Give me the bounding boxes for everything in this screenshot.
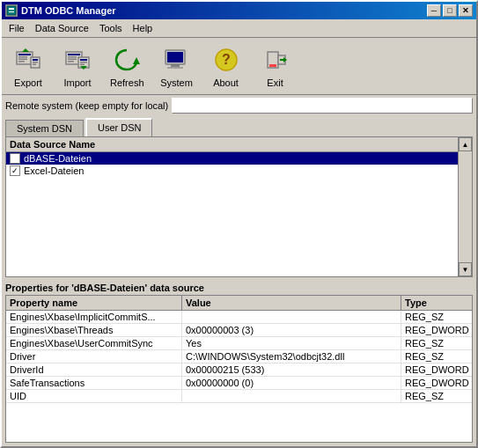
exit-icon — [260, 44, 291, 76]
prop-value-1: 0x00000003 (3) — [182, 324, 401, 336]
menu-file[interactable]: File — [4, 21, 30, 35]
properties-table: Property name Value Type Engines\Xbase\I… — [5, 295, 473, 443]
title-bar-buttons: ─ □ ✕ — [427, 4, 473, 17]
prop-value-3: C:\WINDOWS\System32\odbcjt32.dll — [182, 350, 401, 363]
system-button[interactable]: System — [154, 41, 200, 91]
prop-row-6: UID REG_SZ — [6, 390, 472, 403]
close-button[interactable]: ✕ — [459, 4, 473, 17]
header-value: Value — [182, 296, 401, 310]
refresh-label: Refresh — [110, 77, 144, 88]
about-icon: ? — [210, 44, 242, 76]
exit-label: Exit — [267, 77, 283, 88]
prop-row-0: Engines\Xbase\ImplicitCommitS... REG_SZ — [6, 311, 472, 324]
maximize-button[interactable]: □ — [443, 4, 457, 17]
prop-value-6 — [182, 390, 401, 402]
dsn-header: Data Source Name — [6, 137, 458, 152]
prop-value-2: Yes — [182, 337, 401, 349]
prop-type-5: REG_DWORD — [401, 377, 472, 389]
prop-row-4: DriverId 0x00000215 (533) REG_DWORD — [6, 364, 472, 377]
svg-rect-10 — [33, 62, 38, 63]
header-type: Type — [401, 296, 472, 310]
prop-type-4: REG_DWORD — [401, 364, 472, 376]
svg-rect-11 — [33, 64, 36, 66]
dsn-row-excel[interactable]: Excel-Dateien — [6, 165, 458, 177]
svg-rect-14 — [68, 54, 80, 55]
exit-button[interactable]: Exit — [253, 41, 298, 91]
app-icon — [5, 4, 18, 17]
properties-section: Properties for 'dBASE-Dateien' data sour… — [5, 281, 473, 443]
dsn-row-dbase[interactable]: dBASE-Dateien — [6, 152, 458, 165]
svg-rect-26 — [171, 64, 180, 67]
prop-row-1: Engines\Xbase\Threads 0x00000003 (3) REG… — [6, 324, 472, 337]
prop-type-3: REG_SZ — [401, 350, 472, 363]
dsn-list: dBASE-Dateien Excel-Dateien — [6, 152, 458, 276]
properties-title: Properties for 'dBASE-Dateien' data sour… — [5, 281, 473, 295]
svg-rect-15 — [68, 56, 77, 58]
prop-name-4: DriverId — [6, 364, 182, 376]
prop-name-0: Engines\Xbase\ImplicitCommitS... — [6, 311, 182, 323]
import-button[interactable]: Import — [55, 41, 100, 91]
svg-rect-20 — [80, 62, 87, 63]
import-label: Import — [63, 77, 91, 88]
prop-name-6: UID — [6, 390, 182, 402]
remote-label: Remote system (keep empty for local) — [5, 100, 168, 111]
export-button[interactable]: Export — [5, 41, 51, 91]
prop-name-2: Engines\Xbase\UserCommitSync — [6, 337, 182, 349]
prop-type-6: REG_SZ — [401, 390, 472, 402]
main-content: Data Source Name dBASE-Dateien Excel-Dat… — [2, 136, 476, 446]
header-property-name: Property name — [6, 296, 182, 310]
checkbox-dbase[interactable] — [10, 153, 20, 164]
tab-user-dsn[interactable]: User DSN — [85, 118, 153, 136]
svg-rect-0 — [7, 6, 16, 15]
svg-rect-25 — [167, 52, 183, 62]
remote-input[interactable] — [172, 98, 473, 114]
import-icon — [62, 44, 93, 76]
prop-value-4: 0x00000215 (533) — [182, 364, 401, 376]
svg-rect-7 — [18, 61, 25, 62]
svg-text:?: ? — [222, 52, 231, 67]
svg-marker-23 — [133, 57, 140, 64]
prop-row-5: SafeTransactions 0x00000000 (0) REG_DWOR… — [6, 377, 472, 390]
refresh-button[interactable]: Refresh — [104, 41, 151, 91]
prop-name-3: Driver — [6, 350, 182, 363]
menu-data-source[interactable]: Data Source — [30, 21, 94, 35]
title-bar: DTM ODBC Manager ─ □ ✕ — [2, 2, 476, 19]
about-button[interactable]: ? About — [203, 41, 249, 91]
menu-help[interactable]: Help — [128, 21, 158, 35]
dsn-column-header: Data Source Name — [10, 139, 95, 150]
prop-value-0 — [182, 311, 401, 323]
scrollbar-up[interactable]: ▲ — [459, 137, 472, 151]
window-title: DTM ODBC Manager — [21, 5, 116, 16]
svg-rect-19 — [80, 59, 87, 61]
svg-rect-5 — [18, 56, 27, 58]
svg-rect-27 — [167, 67, 183, 69]
svg-rect-9 — [33, 59, 38, 61]
props-header: Property name Value Type — [6, 296, 472, 311]
scrollbar-down[interactable]: ▼ — [459, 262, 472, 276]
checkbox-excel[interactable] — [10, 165, 20, 176]
props-body: Engines\Xbase\ImplicitCommitS... REG_SZ … — [6, 311, 472, 442]
tab-system-dsn[interactable]: System DSN — [5, 120, 84, 136]
svg-rect-4 — [18, 54, 31, 55]
dsn-label-excel: Excel-Dateien — [24, 165, 84, 176]
menu-bar: File Data Source Tools Help — [2, 19, 476, 38]
main-window: DTM ODBC Manager ─ □ ✕ File Data Source … — [0, 0, 478, 448]
svg-rect-16 — [68, 59, 77, 61]
dsn-label-dbase: dBASE-Dateien — [24, 153, 92, 164]
svg-marker-12 — [22, 48, 29, 52]
remote-bar: Remote system (keep empty for local) — [2, 95, 476, 116]
svg-rect-21 — [80, 64, 85, 66]
prop-name-5: SafeTransactions — [6, 377, 182, 389]
export-icon — [12, 44, 44, 76]
dsn-panel: Data Source Name dBASE-Dateien Excel-Dat… — [5, 136, 473, 277]
prop-row-3: Driver C:\WINDOWS\System32\odbcjt32.dll … — [6, 350, 472, 364]
menu-tools[interactable]: Tools — [94, 21, 128, 35]
prop-type-2: REG_SZ — [401, 337, 472, 349]
minimize-button[interactable]: ─ — [427, 4, 441, 17]
scrollbar-track — [459, 151, 472, 262]
svg-rect-34 — [269, 64, 276, 67]
system-icon — [161, 44, 193, 76]
toolbar: Export Import — [2, 38, 476, 95]
system-label: System — [160, 77, 193, 88]
about-label: About — [213, 77, 239, 88]
